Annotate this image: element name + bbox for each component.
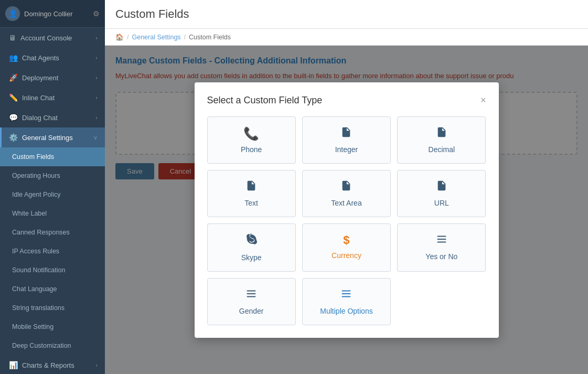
sidebar-item-mobile-setting[interactable]: Mobile Setting (0, 317, 105, 336)
field-type-gender-label: Gender (239, 307, 264, 315)
chevron-right-icon: › (95, 74, 98, 81)
sidebar-label-white-label: White Label (12, 210, 47, 217)
field-type-multiple-options[interactable]: Multiple Options (302, 278, 391, 325)
breadcrumb: 🏠 / General Settings / Custom Fields (105, 29, 588, 46)
sidebar-label-charts-reports: Charts & Reports (22, 361, 74, 369)
user-profile[interactable]: 👤 Domingo Collier ⚙ (0, 0, 105, 28)
yes-or-no-icon (436, 233, 447, 248)
sidebar-item-idle-agent-policy[interactable]: Idle Agent Policy (0, 185, 105, 204)
chevron-right-icon: › (95, 35, 98, 41)
modal-header: Select a Custom Field Type × (207, 95, 486, 106)
field-type-modal: Select a Custom Field Type × 📞 Phone Int… (195, 82, 499, 338)
sidebar-label-deep-customization: Deep Customization (12, 342, 71, 349)
textarea-icon (340, 180, 352, 195)
sidebar-item-inline-chat[interactable]: ✏️ Inline Chat › (0, 88, 105, 108)
field-type-integer[interactable]: Integer (302, 116, 391, 164)
field-type-gender[interactable]: Gender (207, 278, 296, 325)
page-header: Custom Fields (105, 0, 588, 29)
general-settings-icon: ⚙️ (9, 133, 18, 142)
field-type-url-label: URL (434, 199, 449, 207)
home-icon[interactable]: 🏠 (115, 33, 124, 41)
chevron-down-icon: ∨ (93, 134, 98, 141)
breadcrumb-sep-2: / (184, 34, 186, 41)
sidebar-label-canned-responses: Canned Responses (12, 229, 70, 236)
sidebar-item-white-label[interactable]: White Label (0, 204, 105, 223)
field-type-text[interactable]: Text (207, 170, 296, 217)
breadcrumb-general-settings[interactable]: General Settings (132, 34, 180, 41)
charts-reports-icon: 📊 (9, 361, 18, 369)
field-type-currency-label: Currency (332, 251, 361, 260)
sidebar-item-ip-access-rules[interactable]: IP Access Rules (0, 242, 105, 261)
sidebar-label-ip-access-rules: IP Access Rules (12, 248, 59, 255)
sidebar-label-inline-chat: Inline Chat (22, 94, 55, 102)
sidebar-item-custom-fields[interactable]: Custom Fields (0, 147, 105, 166)
chevron-right-icon: › (95, 94, 98, 101)
breadcrumb-custom-fields: Custom Fields (189, 34, 231, 41)
dialog-chat-icon: 💬 (9, 113, 18, 122)
field-type-phone-label: Phone (241, 145, 262, 154)
gender-icon (245, 288, 257, 303)
sidebar-item-string-translations[interactable]: String translations (0, 298, 105, 317)
chevron-right-icon: › (95, 55, 98, 61)
sidebar-item-charts-reports[interactable]: 📊 Charts & Reports › (0, 355, 105, 374)
field-type-decimal-label: Decimal (429, 145, 455, 154)
sidebar-item-operating-hours[interactable]: Operating Hours (0, 166, 105, 185)
field-type-yes-or-no-label: Yes or No (425, 252, 457, 261)
chevron-right-icon: › (95, 362, 98, 368)
field-type-yes-or-no[interactable]: Yes or No (397, 223, 486, 272)
field-type-textarea[interactable]: Text Area (302, 170, 391, 217)
sidebar-item-deep-customization[interactable]: Deep Customization (0, 336, 105, 355)
sidebar-item-chat-language[interactable]: Chat Language (0, 280, 105, 298)
decimal-icon (436, 126, 447, 141)
account-console-icon: 🖥 (9, 34, 16, 42)
breadcrumb-sep-1: / (127, 34, 129, 41)
field-type-textarea-label: Text Area (331, 199, 361, 207)
modal-overlay: Select a Custom Field Type × 📞 Phone Int… (105, 46, 588, 374)
sidebar-item-deployment[interactable]: 🚀 Deployment › (0, 68, 105, 88)
sidebar-label-custom-fields: Custom Fields (12, 153, 54, 161)
user-name: Domingo Collier (24, 10, 72, 18)
close-button[interactable]: × (480, 95, 486, 105)
sidebar-label-operating-hours: Operating Hours (12, 172, 60, 179)
sidebar-label-idle-agent-policy: Idle Agent Policy (12, 191, 60, 198)
field-type-text-label: Text (244, 199, 258, 207)
sidebar-label-account-console: Account Console (20, 34, 72, 42)
sidebar: 👤 Domingo Collier ⚙ 🖥 Account Console › … (0, 0, 105, 374)
field-type-integer-label: Integer (335, 145, 358, 154)
sidebar-label-sound-notification: Sound Notification (12, 266, 65, 274)
chevron-right-icon: › (95, 114, 98, 121)
field-type-phone[interactable]: 📞 Phone (207, 116, 296, 164)
sidebar-label-general-settings: General Settings (22, 134, 73, 142)
deployment-icon: 🚀 (9, 73, 18, 82)
field-type-decimal[interactable]: Decimal (397, 116, 486, 164)
phone-icon: 📞 (243, 126, 259, 141)
sidebar-item-sound-notification[interactable]: Sound Notification (0, 261, 105, 280)
sidebar-item-account-console[interactable]: 🖥 Account Console › (0, 28, 105, 48)
sidebar-label-string-translations: String translations (12, 304, 65, 312)
field-type-skype[interactable]: Skype (207, 223, 296, 272)
page-title: Custom Fields (115, 7, 578, 21)
field-type-multiple-options-label: Multiple Options (320, 307, 372, 315)
sidebar-item-canned-responses[interactable]: Canned Responses (0, 223, 105, 242)
main-content: Custom Fields 🏠 / General Settings / Cus… (105, 0, 588, 374)
field-type-url[interactable]: URL (397, 170, 486, 217)
sidebar-label-mobile-setting: Mobile Setting (12, 323, 54, 330)
currency-icon: $ (343, 233, 349, 247)
sidebar-label-chat-agents: Chat Agents (22, 54, 59, 62)
chat-agents-icon: 👥 (9, 54, 18, 62)
field-type-skype-label: Skype (241, 253, 262, 262)
sidebar-label-chat-language: Chat Language (12, 285, 57, 293)
integer-icon (340, 126, 352, 141)
sidebar-item-dialog-chat[interactable]: 💬 Dialog Chat › (0, 108, 105, 127)
skype-icon (245, 233, 258, 249)
content-body: Manage Custom Fields - Collecting Additi… (105, 46, 588, 374)
field-types-grid: 📞 Phone Integer Decimal (207, 116, 486, 325)
sidebar-label-dialog-chat: Dialog Chat (22, 114, 58, 122)
sidebar-item-chat-agents[interactable]: 👥 Chat Agents › (0, 48, 105, 68)
user-avatar: 👤 (5, 6, 20, 21)
gear-icon[interactable]: ⚙ (93, 9, 100, 18)
field-type-currency[interactable]: $ Currency (302, 223, 391, 272)
sidebar-item-general-settings[interactable]: ⚙️ General Settings ∨ (0, 127, 105, 147)
url-icon (436, 180, 447, 195)
text-icon (245, 180, 257, 195)
